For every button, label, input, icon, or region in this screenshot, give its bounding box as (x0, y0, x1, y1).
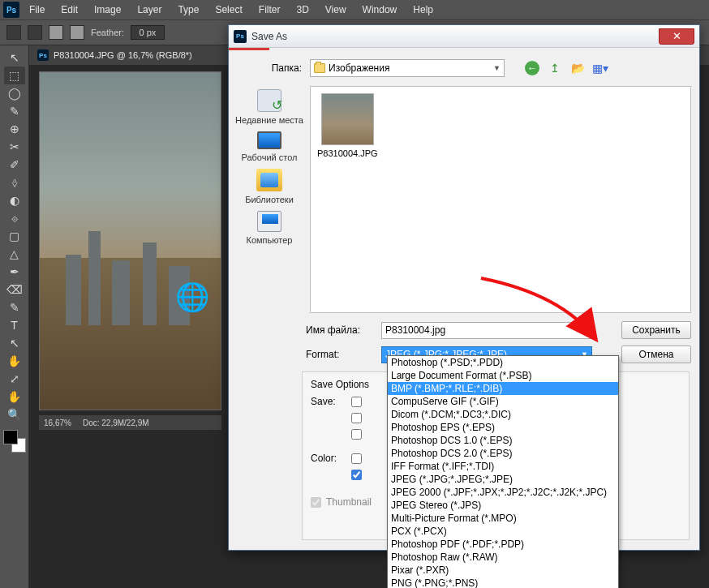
folder-value: Изображения (329, 62, 389, 74)
save-opt-check-3[interactable] (351, 429, 362, 440)
chevron-down-icon: ▼ (493, 64, 501, 72)
format-option[interactable]: Photoshop Raw (*.RAW) (388, 551, 618, 564)
tool-11[interactable]: △ (4, 245, 25, 263)
zoom-level[interactable]: 16,67% (44, 418, 71, 427)
format-option[interactable]: ✔JPEG (*.JPG;*.JPEG;*.JPE) (388, 473, 618, 486)
file-view[interactable]: P8310004.JPG (310, 86, 691, 313)
new-folder-icon[interactable]: 📂 (570, 61, 585, 75)
tool-12[interactable]: ✒ (4, 263, 25, 281)
opt-swatch-2[interactable] (28, 25, 42, 40)
places-desktop[interactable]: Рабочий стол (233, 131, 306, 162)
ps-logo-icon: Ps (3, 2, 19, 18)
format-option[interactable]: PCX (*.PCX) (388, 525, 618, 538)
save-button[interactable]: Сохранить (621, 321, 691, 339)
save-opt-check-2[interactable] (351, 413, 362, 423)
places-computer[interactable]: Компьютер (233, 211, 306, 245)
menu-help[interactable]: Help (405, 1, 441, 19)
save-sublabel: Save: (311, 396, 346, 407)
menu-3d[interactable]: 3D (288, 1, 316, 19)
dialog-ps-icon: Ps (234, 30, 247, 43)
menu-image[interactable]: Image (86, 1, 129, 19)
tool-9[interactable]: ⟐ (4, 209, 25, 227)
tool-4[interactable]: ⊕ (4, 120, 25, 138)
menu-view[interactable]: View (317, 1, 354, 19)
format-option[interactable]: Photoshop EPS (*.EPS) (388, 421, 618, 434)
opt-swatch-4[interactable] (70, 25, 84, 40)
menu-edit[interactable]: Edit (53, 1, 86, 19)
tool-2[interactable]: ◯ (4, 84, 25, 102)
format-option[interactable]: Photoshop DCS 1.0 (*.EPS) (388, 434, 618, 447)
format-option[interactable]: Photoshop (*.PSD;*.PDD) (388, 356, 618, 369)
format-option[interactable]: Large Document Format (*.PSB) (388, 369, 618, 382)
canvas-image[interactable] (39, 71, 221, 410)
places-libraries[interactable]: Библиотеки (233, 169, 306, 204)
document-tab[interactable]: Ps P8310004.JPG @ 16,7% (RGB/8*) (29, 45, 200, 65)
tool-6[interactable]: ✐ (4, 156, 25, 174)
feather-label: Feather: (91, 28, 124, 37)
menu-type[interactable]: Type (170, 1, 207, 19)
tool-13[interactable]: ⌫ (4, 281, 25, 298)
recent-icon (257, 89, 281, 112)
tool-10[interactable]: ▢ (4, 227, 25, 245)
format-option[interactable]: IFF Format (*.IFF;*.TDI) (388, 460, 618, 473)
foreground-color-swatch[interactable] (3, 430, 18, 444)
format-option[interactable]: PNG (*.PNG;*.PNS) (388, 577, 618, 588)
tool-7[interactable]: ⎀ (4, 174, 25, 191)
tool-17[interactable]: ✋ (4, 352, 25, 370)
menu-file[interactable]: File (21, 1, 53, 19)
color-opt-check-2[interactable] (351, 470, 362, 480)
window-close-button[interactable]: ✕ (659, 28, 694, 45)
tool-18[interactable]: ⤢ (4, 370, 25, 388)
tool-0[interactable]: ↖ (4, 49, 25, 67)
tab-ps-icon: Ps (37, 49, 49, 61)
format-option[interactable]: CompuServe GIF (*.GIF) (388, 395, 618, 408)
color-opt-check-1[interactable] (351, 453, 362, 464)
format-option[interactable]: Photoshop DCS 2.0 (*.EPS) (388, 447, 618, 460)
folder-icon (314, 63, 325, 73)
format-dropdown-list[interactable]: Photoshop (*.PSD;*.PDD)Large Document Fo… (387, 355, 619, 588)
places-computer-label: Компьютер (247, 235, 293, 245)
nav-up-icon[interactable]: ↥ (548, 61, 562, 75)
thumbnail-label: Thumbnail (326, 496, 372, 508)
feather-value[interactable]: 0 px (131, 25, 165, 40)
format-option[interactable]: Dicom (*.DCM;*.DC3;*.DIC) (388, 408, 618, 421)
format-option[interactable]: BMP (*.BMP;*.RLE;*.DIB) (388, 382, 618, 395)
color-swatches[interactable] (3, 430, 26, 453)
filename-input[interactable]: P8310004.jpg ▼ (381, 322, 592, 339)
view-menu-icon[interactable]: ▦▾ (593, 61, 608, 75)
tool-8[interactable]: ◐ (4, 191, 25, 209)
menu-select[interactable]: Select (207, 1, 250, 19)
menu-layer[interactable]: Layer (129, 1, 170, 19)
tool-1[interactable]: ⬚ (4, 67, 25, 84)
format-option[interactable]: JPEG Stereo (*.JPS) (388, 499, 618, 512)
menu-window[interactable]: Window (354, 1, 406, 19)
desktop-icon (257, 131, 281, 149)
opt-swatch-1[interactable] (6, 25, 21, 40)
computer-icon (257, 211, 281, 232)
thumbnail-name: P8310004.JPG (317, 148, 378, 158)
tool-14[interactable]: ✎ (4, 298, 25, 316)
places-recent[interactable]: Недавние места (233, 89, 306, 125)
cancel-button[interactable]: Отмена (621, 346, 691, 363)
format-option[interactable]: Multi-Picture Format (*.MPO) (388, 512, 618, 525)
tool-16[interactable]: ↖ (4, 334, 25, 352)
tool-3[interactable]: ✎ (4, 102, 25, 120)
save-opt-check-1[interactable] (351, 397, 362, 407)
folder-combo[interactable]: Изображения ▼ (310, 59, 505, 77)
status-bar: 16,67% Doc: 22,9M/22,9M (39, 415, 221, 430)
tool-15[interactable]: T (4, 316, 25, 334)
thumbnail-image (321, 93, 374, 145)
tool-5[interactable]: ✂ (4, 138, 25, 156)
file-thumb[interactable]: P8310004.JPG (317, 93, 378, 158)
format-option[interactable]: JPEG 2000 (*.JPF;*.JPX;*.JP2;*.J2C;*.J2K… (388, 486, 618, 499)
tool-20[interactable]: 🔍 (4, 406, 25, 423)
dialog-titlebar[interactable]: Ps Save As ✕ (229, 25, 699, 48)
folder-label: Папка: (245, 62, 302, 74)
menu-filter[interactable]: Filter (251, 1, 289, 19)
globe-icon: 🌐 (175, 281, 209, 315)
opt-swatch-3[interactable] (49, 25, 63, 40)
format-option[interactable]: Photoshop PDF (*.PDF;*.PDP) (388, 538, 618, 551)
format-option[interactable]: Pixar (*.PXR) (388, 564, 618, 577)
nav-back-icon[interactable]: ← (525, 61, 539, 75)
tool-19[interactable]: ✋ (4, 388, 25, 406)
